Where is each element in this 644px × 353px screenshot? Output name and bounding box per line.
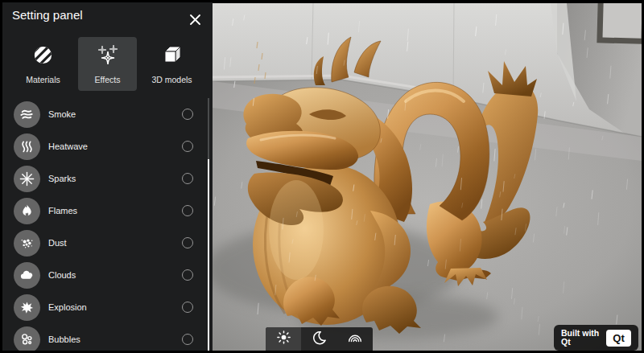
bubbles-icon: [14, 326, 40, 351]
sun-icon: [276, 330, 291, 348]
built-with-qt-badge[interactable]: Built with Qt Qt: [554, 325, 638, 351]
viewport-3d[interactable]: Built with Qt Qt: [213, 3, 642, 351]
effect-radio[interactable]: [182, 302, 193, 313]
application-window: Setting panel: [0, 0, 644, 353]
effect-row[interactable]: Clouds: [2, 259, 206, 291]
badge-text: Built with Qt: [561, 329, 599, 347]
effects-list: Smoke Heatwave Sparks: [2, 98, 206, 351]
flames-icon: [14, 198, 40, 224]
effect-label: Dust: [48, 238, 182, 248]
sparkles-icon: [97, 43, 119, 69]
effect-radio[interactable]: [182, 109, 193, 120]
tab-effects-label: Effects: [95, 75, 121, 84]
tab-materials[interactable]: Materials: [14, 37, 72, 91]
effect-radio[interactable]: [182, 269, 193, 281]
mode-night-button[interactable]: [301, 327, 336, 351]
tab-3d-models-label: 3D models: [151, 75, 192, 84]
cube-icon: [161, 43, 184, 69]
effect-row[interactable]: Dust: [2, 227, 206, 259]
effect-radio[interactable]: [182, 334, 193, 345]
scene-window: [597, 3, 642, 44]
panel-title: Setting panel: [12, 8, 85, 22]
effect-radio[interactable]: [182, 205, 193, 216]
rainbow-icon: [347, 330, 363, 349]
mode-daylight-button[interactable]: [266, 327, 301, 351]
scrollbar-thumb[interactable]: [208, 159, 209, 351]
qt-logo: Qt: [606, 330, 631, 347]
explosion-icon: [14, 294, 40, 321]
effect-label: Explosion: [48, 302, 182, 312]
effect-row[interactable]: Heatwave: [2, 130, 206, 162]
effect-label: Sparks: [48, 174, 182, 183]
effect-label: Bubbles: [48, 335, 182, 344]
tab-effects[interactable]: Effects: [78, 37, 137, 91]
close-button[interactable]: [188, 14, 202, 28]
effect-row[interactable]: Flames: [2, 195, 206, 227]
close-icon: [190, 14, 200, 28]
effect-radio[interactable]: [182, 173, 193, 184]
striped-sphere-icon: [32, 44, 54, 69]
effect-row[interactable]: Smoke: [2, 98, 206, 130]
mode-rain-button[interactable]: [337, 327, 373, 351]
dust-icon: [14, 230, 40, 257]
effect-row[interactable]: Bubbles: [2, 323, 206, 351]
clouds-icon: [14, 262, 40, 289]
view-mode-bar: [266, 327, 373, 351]
effect-label: Flames: [48, 206, 182, 215]
effect-label: Smoke: [48, 109, 182, 119]
smoke-icon: [14, 101, 40, 128]
tab-bar: Materials: [14, 37, 201, 91]
effect-row[interactable]: Explosion: [2, 291, 206, 323]
heatwave-icon: [14, 133, 40, 160]
effect-radio[interactable]: [182, 237, 193, 248]
effect-row[interactable]: Sparks: [2, 162, 206, 195]
effect-radio[interactable]: [182, 141, 193, 152]
scene: [213, 3, 642, 351]
tab-3d-models[interactable]: 3D models: [142, 37, 201, 91]
moon-icon: [312, 330, 326, 348]
tab-materials-label: Materials: [26, 75, 60, 84]
effect-label: Heatwave: [48, 142, 182, 151]
effect-label: Clouds: [48, 270, 182, 280]
setting-panel: Setting panel: [2, 2, 213, 351]
sparks-icon: [14, 166, 40, 192]
